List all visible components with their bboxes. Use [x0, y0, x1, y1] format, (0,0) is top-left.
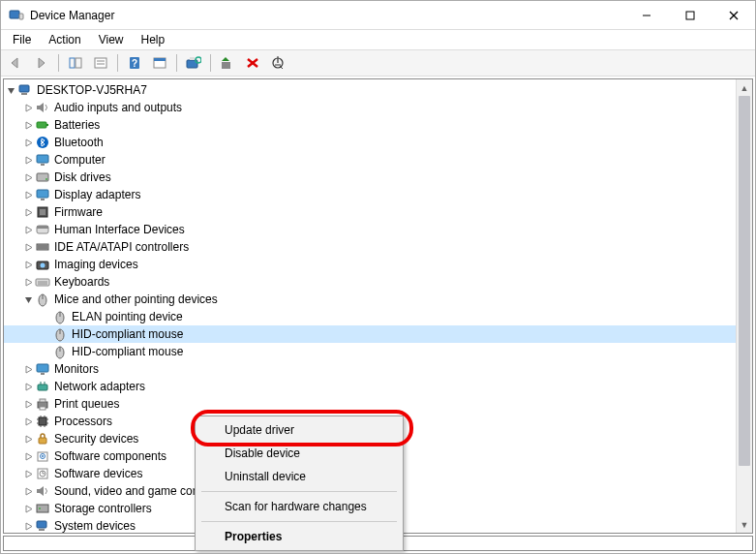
main-area: DESKTOP-VJ5RHA7Audio inputs and outputsB… [1, 77, 755, 553]
chevron-right-icon[interactable] [21, 118, 35, 132]
tree-category[interactable]: Firmware [4, 203, 752, 221]
tree-category[interactable]: Monitors [4, 360, 752, 378]
menu-action[interactable]: Action [41, 31, 88, 48]
chevron-right-icon[interactable] [21, 362, 35, 376]
system-icon [35, 518, 50, 534]
toolbar: ? [1, 49, 755, 77]
chevron-right-icon[interactable] [21, 415, 35, 428]
chevron-right-icon[interactable] [21, 188, 35, 201]
chevron-right-icon[interactable] [21, 205, 35, 219]
chevron-right-icon[interactable] [21, 136, 35, 149]
audio-icon [35, 100, 50, 115]
maximize-button[interactable] [668, 1, 711, 29]
toolbar-separator [117, 54, 118, 72]
properties-button[interactable] [89, 52, 112, 74]
tree-item-label: Monitors [54, 362, 99, 376]
ctx-separator [201, 491, 397, 492]
ctx-uninstall-device[interactable]: Uninstall device [197, 465, 401, 488]
menu-view[interactable]: View [91, 31, 132, 48]
ctx-properties[interactable]: Properties [197, 525, 401, 548]
security-icon [35, 431, 50, 446]
bluetooth-icon [35, 135, 50, 150]
back-button[interactable] [5, 52, 28, 74]
chevron-right-icon[interactable] [21, 170, 35, 184]
tree-item-label: System devices [54, 519, 136, 533]
minimize-button[interactable] [624, 1, 668, 29]
chevron-right-icon[interactable] [21, 223, 35, 236]
svg-point-73 [42, 455, 44, 457]
mouse-icon [35, 292, 50, 307]
menu-help[interactable]: Help [134, 31, 173, 48]
softdev-icon [35, 466, 50, 481]
forward-button[interactable] [30, 52, 53, 74]
svg-rect-22 [19, 85, 29, 92]
tree-item-label: Software devices [54, 467, 142, 480]
chevron-right-icon[interactable] [21, 258, 35, 271]
ctx-scan-hardware[interactable]: Scan for hardware changes [197, 495, 401, 518]
tree-category[interactable]: Human Interface Devices [4, 221, 752, 238]
action-button[interactable] [148, 52, 171, 74]
chevron-right-icon[interactable] [21, 153, 35, 167]
scan-hardware-button[interactable] [182, 52, 205, 74]
show-hide-tree-button[interactable] [64, 52, 87, 74]
context-menu: Update driver Disable device Uninstall d… [195, 416, 404, 551]
svg-rect-70 [39, 438, 46, 444]
chevron-down-icon[interactable] [4, 83, 17, 97]
close-button[interactable] [711, 1, 755, 29]
ctx-disable-device[interactable]: Disable device [197, 442, 401, 465]
tree-item-label: Audio inputs and outputs [54, 101, 182, 114]
tree-category[interactable]: IDE ATA/ATAPI controllers [4, 238, 752, 256]
chevron-down-icon[interactable] [21, 292, 35, 306]
svg-rect-18 [222, 62, 230, 69]
chevron-right-icon[interactable] [21, 519, 35, 533]
tree-item-label: ELAN pointing device [72, 310, 183, 323]
uninstall-button[interactable] [241, 52, 264, 74]
ctx-update-driver[interactable]: Update driver [197, 418, 401, 442]
tree-device[interactable]: ELAN pointing device [4, 308, 752, 325]
tree-category[interactable]: Batteries [4, 116, 752, 134]
tree-device[interactable]: HID-compliant mouse [4, 325, 752, 343]
tree-category[interactable]: Display adapters [4, 186, 752, 203]
chevron-right-icon[interactable] [21, 101, 35, 114]
chevron-right-icon[interactable] [21, 380, 35, 393]
scroll-thumb[interactable] [739, 96, 750, 466]
disable-button[interactable] [266, 52, 289, 74]
chevron-right-icon[interactable] [21, 467, 35, 480]
chevron-right-icon[interactable] [21, 397, 35, 411]
tree-category[interactable]: Computer [4, 151, 752, 169]
tree-category[interactable]: Bluetooth [4, 134, 752, 151]
menu-file[interactable]: File [5, 31, 39, 48]
scroll-down-arrow[interactable]: ▼ [737, 516, 752, 533]
chevron-right-icon[interactable] [21, 449, 35, 463]
tree-device[interactable]: HID-compliant mouse [4, 343, 752, 360]
tree-category[interactable]: Imaging devices [4, 256, 752, 273]
tree-item-label: Print queues [54, 397, 119, 411]
tree-root[interactable]: DESKTOP-VJ5RHA7 [4, 81, 752, 99]
tree-category[interactable]: Audio inputs and outputs [4, 99, 752, 116]
svg-rect-14 [154, 58, 166, 61]
scroll-up-arrow[interactable]: ▲ [737, 79, 752, 96]
chevron-right-icon[interactable] [21, 484, 35, 498]
tree-item-label: Security devices [54, 432, 138, 446]
svg-rect-27 [37, 155, 48, 163]
tree-category[interactable]: Network adapters [4, 378, 752, 395]
tree-item-label: Software components [54, 449, 166, 463]
tree-category[interactable]: Print queues [4, 395, 752, 413]
chevron-right-icon[interactable] [21, 240, 35, 254]
chevron-right-icon[interactable] [21, 432, 35, 446]
imaging-icon [35, 257, 50, 272]
tree-item-label: Imaging devices [54, 258, 138, 271]
chevron-right-icon[interactable] [21, 275, 35, 289]
chevron-right-icon[interactable] [21, 502, 35, 515]
tree-item-label: Keyboards [54, 275, 109, 289]
mouse-icon [52, 309, 68, 324]
tree-category[interactable]: Mice and other pointing devices [4, 291, 752, 308]
tree-category[interactable]: Disk drives [4, 169, 752, 186]
tree-category[interactable]: Keyboards [4, 273, 752, 291]
svg-rect-3 [686, 12, 694, 19]
tree-item-label: Firmware [54, 205, 103, 219]
help-button[interactable]: ? [123, 52, 146, 74]
tree-item-label: Computer [54, 153, 106, 167]
vertical-scrollbar[interactable]: ▲ ▼ [736, 79, 752, 533]
update-driver-button[interactable] [216, 52, 239, 74]
